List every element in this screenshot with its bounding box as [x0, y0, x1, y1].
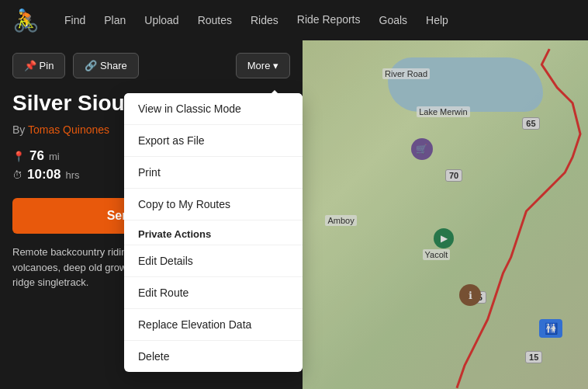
dropdown-edit-route[interactable]: Edit Route: [124, 277, 303, 309]
dropdown-delete[interactable]: Delete: [124, 341, 303, 372]
nav-goals[interactable]: Goals: [379, 14, 408, 26]
dropdown-caret: [268, 90, 281, 96]
distance-unit: mi: [49, 151, 60, 162]
action-bar: 📌 Pin 🔗 Share More ▾: [12, 53, 290, 78]
distance-icon: 📍: [12, 151, 25, 162]
more-dropdown: View in Classic Mode Export as File Prin…: [124, 93, 303, 372]
map-dim-overlay: [303, 40, 588, 389]
dropdown-edit-details[interactable]: Edit Details: [124, 245, 303, 277]
dropdown-private-header: Private Actions: [124, 221, 303, 245]
nav-plan[interactable]: Plan: [104, 14, 126, 26]
map-container: 65 70 5 15 River Road Lake Merwin Amboy …: [303, 40, 588, 389]
duration-value: 10:08: [27, 167, 61, 182]
dropdown-export-file[interactable]: Export as File: [124, 125, 303, 157]
dropdown-print[interactable]: Print: [124, 157, 303, 189]
duration-unit: hrs: [65, 169, 79, 181]
dropdown-view-classic[interactable]: View in Classic Mode: [124, 93, 303, 125]
nav-routes[interactable]: Routes: [198, 14, 232, 26]
left-panel: 📌 Pin 🔗 Share More ▾ Silver Siouxon (TQ …: [0, 40, 303, 389]
author-prefix: By: [12, 123, 28, 136]
pin-button[interactable]: 📌 Pin: [12, 53, 65, 78]
nav-find[interactable]: Find: [64, 14, 85, 26]
more-button[interactable]: More ▾: [236, 53, 290, 78]
dropdown-replace-elevation[interactable]: Replace Elevation Data: [124, 309, 303, 341]
logo-icon: 🚴: [12, 8, 40, 33]
clock-icon: ⏱: [12, 169, 22, 181]
share-button[interactable]: 🔗 Share: [73, 53, 138, 78]
distance-value: 76: [29, 148, 44, 164]
dropdown-copy-routes[interactable]: Copy to My Routes: [124, 189, 303, 221]
author-link[interactable]: Tomas Quinones: [28, 123, 109, 136]
nav-help[interactable]: Help: [426, 14, 448, 26]
main-content: 📌 Pin 🔗 Share More ▾ Silver Siouxon (TQ …: [0, 40, 588, 389]
main-nav: 🚴 Find Plan Upload Routes Rides Ride Rep…: [0, 0, 588, 40]
nav-upload[interactable]: Upload: [144, 14, 178, 26]
nav-ride-reports[interactable]: Ride Reports: [297, 14, 361, 26]
nav-rides[interactable]: Rides: [251, 14, 278, 26]
